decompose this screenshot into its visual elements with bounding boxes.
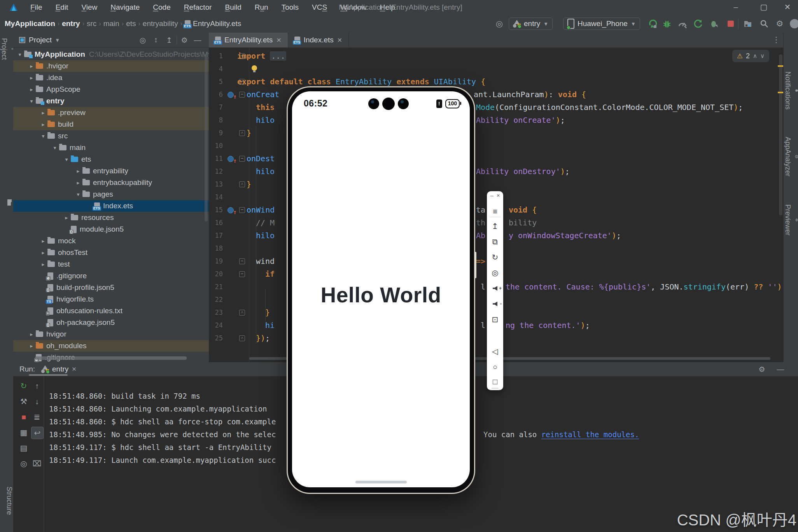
tree-row-entrybackupability[interactable]: ▸entrybackupability: [13, 177, 209, 188]
breadcrumb-item[interactable]: ets: [126, 19, 136, 28]
tree-row-MyApplication[interactable]: ▾MyApplicationC:\Users\Z\DevEcoStudioPro…: [13, 49, 209, 60]
console-options-button[interactable]: ≣: [31, 411, 43, 423]
chevron-right-icon[interactable]: ▸: [27, 343, 36, 349]
drag-handle[interactable]: [492, 388, 499, 389]
tab-entryability-ets[interactable]: ETSEntryAbility.ets✕: [209, 33, 288, 47]
breadcrumb-item[interactable]: src: [87, 19, 96, 28]
scroll-top-button[interactable]: ↥: [487, 221, 503, 232]
tree-row-pages[interactable]: ▾pages: [13, 188, 209, 200]
tree-row-.hvigor[interactable]: ▸.hvigor: [13, 60, 209, 72]
tree-row-build-profile.json5[interactable]: {}build-profile.json5: [13, 282, 209, 293]
warning-stripe-mark[interactable]: [778, 65, 783, 67]
volume-down-button[interactable]: -: [487, 298, 503, 309]
tree-row-entryability[interactable]: ▸entryability: [13, 165, 209, 177]
menu-build[interactable]: Build: [220, 2, 246, 13]
menu-edit[interactable]: Edit: [51, 2, 73, 13]
avatar-icon[interactable]: [788, 18, 798, 30]
menu-code[interactable]: Code: [148, 2, 175, 13]
settings-gear-icon[interactable]: ⚙: [178, 35, 190, 45]
reinstall-modules-link[interactable]: reinstall the modules.: [541, 430, 639, 439]
chevron-right-icon[interactable]: ▸: [27, 331, 36, 337]
chevron-right-icon[interactable]: ▸: [39, 110, 47, 116]
tree-row-hvigor[interactable]: ▸hvigor: [13, 328, 209, 340]
more-options-icon[interactable]: ⋮: [772, 35, 780, 44]
warning-stripe-mark[interactable]: [778, 92, 783, 93]
hide-panel-icon[interactable]: —: [192, 35, 203, 45]
chevron-down-icon[interactable]: ▾: [51, 145, 59, 151]
stop-button[interactable]: ■: [18, 411, 30, 423]
expand-all-icon[interactable]: ↕: [150, 35, 162, 45]
crop-button[interactable]: ⧉: [487, 236, 503, 247]
profiler-button[interactable]: [676, 18, 689, 30]
chevron-down-icon[interactable]: ▾: [62, 156, 71, 162]
search-icon[interactable]: [758, 18, 771, 30]
run-config-selector[interactable]: entry ▼: [509, 17, 553, 30]
locate-button[interactable]: ◎: [487, 267, 503, 278]
chevron-right-icon[interactable]: ▸: [27, 75, 36, 81]
soft-wrap-button[interactable]: ↩: [31, 427, 44, 439]
stop-button[interactable]: [724, 18, 737, 30]
menu-file[interactable]: File: [26, 2, 47, 13]
fold-close-icon[interactable]: ˄: [239, 130, 245, 136]
collapse-all-icon[interactable]: ↥: [163, 35, 175, 45]
fold-open-icon[interactable]: −: [239, 156, 245, 162]
tree-row-obfuscation-rules.txt[interactable]: ≡obfuscation-rules.txt: [13, 305, 209, 317]
chevron-right-icon[interactable]: ▸: [39, 249, 47, 256]
tree-row-.gitignore[interactable]: ⊘.gitignore: [13, 270, 209, 282]
run-button[interactable]: [646, 18, 660, 30]
tree-row-.idea[interactable]: ▸.idea: [13, 72, 209, 84]
hide-panel-icon[interactable]: —: [775, 364, 786, 375]
tree-row-entry[interactable]: ▾entry: [13, 95, 209, 107]
tree-row-ets[interactable]: ▾ets: [13, 153, 209, 165]
code-line-4[interactable]: 4: [209, 63, 783, 75]
tree-row-hvigorfile.ts[interactable]: TShvigorfile.ts: [13, 293, 209, 305]
close-icon[interactable]: ✕: [337, 37, 342, 44]
fold-open-icon[interactable]: −: [239, 92, 245, 98]
attach-config-icon[interactable]: ◎: [493, 18, 506, 30]
rotate-button[interactable]: ↻: [487, 252, 503, 263]
phone-screen[interactable]: 06:52 ! 100 Hello World: [292, 91, 470, 487]
previewer-tab[interactable]: Previewer: [784, 204, 798, 235]
menu-navigate[interactable]: Navigate: [106, 2, 144, 13]
settings-gear-icon[interactable]: ⚙: [756, 364, 768, 375]
up-stack-button[interactable]: ↑: [31, 380, 43, 392]
tree-vertical-scrollbar[interactable]: [205, 54, 208, 222]
tree-row-AppScope[interactable]: ▸AppScope: [13, 84, 209, 95]
fold-open-icon[interactable]: −: [239, 207, 245, 213]
print-button[interactable]: ▤: [18, 442, 30, 454]
volume-up-button[interactable]: +: [487, 283, 503, 294]
close-button[interactable]: ✕: [778, 0, 797, 15]
tree-row-module.json5[interactable]: {}module.json5: [13, 223, 209, 235]
override-gutter-icon[interactable]: [228, 155, 237, 162]
sidebar-tab-project[interactable]: Project: [0, 38, 13, 60]
settings-gear-icon[interactable]: ⚙: [773, 18, 786, 30]
debug-button[interactable]: [660, 18, 674, 30]
rerun-button[interactable]: [691, 18, 705, 30]
fold-close-icon[interactable]: ˄: [239, 181, 245, 187]
home-button[interactable]: ○: [487, 361, 503, 372]
chevron-down-icon[interactable]: ▾: [27, 98, 36, 104]
rerun-button[interactable]: ↻: [18, 380, 30, 392]
tree-row-Index.ets[interactable]: ETSIndex.ets: [13, 200, 209, 212]
menu-refactor[interactable]: Refactor: [179, 2, 217, 13]
breadcrumb-item[interactable]: entryability: [143, 19, 178, 28]
override-gutter-icon[interactable]: [228, 207, 237, 213]
chevron-right-icon[interactable]: ▸: [27, 86, 36, 92]
fold-close-icon[interactable]: ˄: [239, 310, 245, 316]
breadcrumb-file[interactable]: EntryAbility.ets: [193, 19, 241, 28]
attach-debugger-button[interactable]: [708, 18, 721, 30]
clear-console-button[interactable]: ⌧: [31, 458, 43, 469]
intention-bulb-icon[interactable]: [252, 65, 257, 71]
code-line-5[interactable]: 5−export default class EntryAbility exte…: [209, 75, 783, 88]
tree-row-main[interactable]: ▾main: [13, 142, 209, 153]
tree-row-mock[interactable]: ▸mock: [13, 235, 209, 247]
close-icon[interactable]: ✕: [276, 37, 281, 44]
menu-view[interactable]: View: [77, 2, 102, 13]
chevron-right-icon[interactable]: ▸: [74, 180, 82, 186]
chevron-down-icon[interactable]: ▾: [16, 51, 24, 58]
home-indicator[interactable]: [355, 481, 407, 483]
tree-row-.preview[interactable]: ▸.preview: [13, 107, 209, 119]
device-selector[interactable]: Huawei_Phone ▼: [563, 17, 640, 30]
chevron-right-icon[interactable]: ▸: [27, 63, 36, 69]
tree-row-ohosTest[interactable]: ▸ohosTest: [13, 247, 209, 258]
